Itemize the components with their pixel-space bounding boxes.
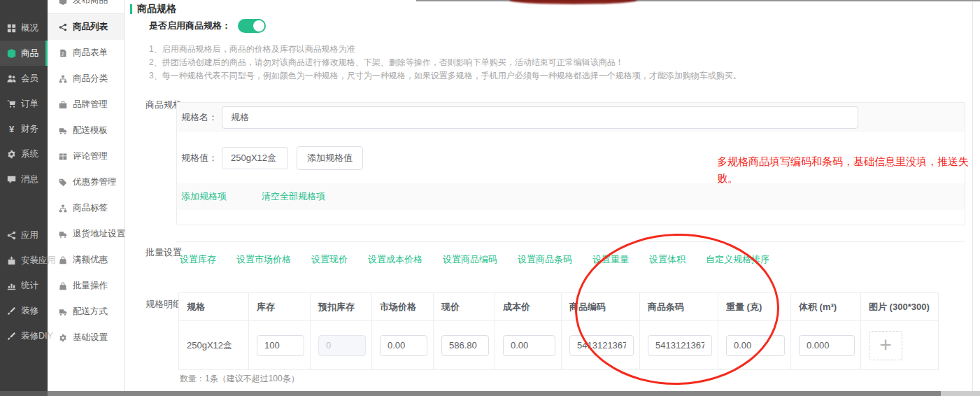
enable-spec-label: 是否启用商品规格： — [149, 20, 231, 32]
product-barcode-input[interactable] — [648, 335, 712, 356]
batch-setting-link[interactable]: 自定义规格排序 — [706, 253, 769, 266]
truck-icon — [58, 307, 68, 317]
sidebar-item-apps[interactable]: 应用 — [0, 222, 48, 248]
column-header-market-price: 市场价格 — [372, 293, 434, 320]
item-label: 订单 — [21, 98, 38, 110]
sidebar-item-members[interactable]: 会员 — [0, 66, 48, 91]
column-header-product-code: 商品编码 — [562, 293, 640, 320]
item-label: 满额优惠 — [73, 254, 108, 266]
add-spec-value-button[interactable]: 添加规格值 — [297, 146, 363, 170]
batch-setting-link[interactable]: 设置体积 — [649, 253, 686, 266]
messages-icon — [6, 174, 17, 185]
finance-icon: ¥ — [6, 124, 17, 134]
stock-input[interactable] — [257, 335, 304, 356]
batch-setting-link[interactable]: 设置现价 — [311, 253, 348, 266]
column-header-product-barcode: 商品条码 — [640, 293, 718, 320]
comments-icon — [58, 152, 68, 162]
sidebar-item-system[interactable]: 系统 — [0, 141, 48, 167]
toggle-knob — [253, 20, 264, 31]
spec-value-input[interactable] — [222, 147, 288, 169]
sidebar-item-overview[interactable]: 概况 — [0, 15, 48, 41]
cost-price-input[interactable] — [503, 335, 555, 356]
submenu-item-shipping-template[interactable]: 配送模板 — [48, 118, 124, 143]
column-header-weight: 重量 (克) — [718, 293, 791, 320]
cell-market-price — [372, 321, 434, 369]
truck-icon — [58, 229, 68, 239]
sidebar-item-stats[interactable]: 统计 — [0, 273, 48, 298]
item-label: 发布商品 — [73, 0, 108, 6]
cell-product-barcode — [640, 321, 718, 369]
scrollbar-dark-segment — [0, 391, 48, 396]
enable-spec-toggle[interactable] — [238, 19, 266, 33]
spec-name-row: 规格名： — [177, 103, 965, 132]
clear-spec-items-link[interactable]: 清空全部规格项 — [262, 190, 325, 203]
sidebar-item-messages[interactable]: 消息 — [0, 167, 48, 192]
batch-setting-link[interactable]: 设置商品条码 — [518, 253, 572, 266]
item-label: 系统 — [21, 148, 38, 160]
item-label: 品牌管理 — [73, 99, 108, 111]
submenu-item-comment-management[interactable]: 评论管理 — [48, 143, 124, 169]
weight-input[interactable] — [726, 335, 785, 356]
submenu-item-full-discount[interactable]: 满额优惠 — [48, 247, 124, 273]
batch-section-label: 批量设置 — [145, 246, 182, 259]
sidebar-item-finance[interactable]: ¥财务 — [0, 116, 48, 141]
volume-input[interactable] — [799, 335, 855, 356]
red-annotation-text: 多规格商品填写编码和条码，基础信息里没填，推送失败。 — [717, 153, 979, 187]
sidebar-group-gap — [0, 192, 48, 222]
sidebar-item-orders[interactable]: 订单 — [0, 91, 48, 116]
item-label: 商品标签 — [73, 202, 108, 214]
item-label: 基础设置 — [73, 332, 108, 344]
horizontal-scrollbar-thumb[interactable] — [0, 391, 941, 396]
spec-name-input[interactable] — [222, 106, 858, 129]
product-code-input[interactable] — [569, 335, 634, 356]
product-icon — [6, 48, 17, 59]
spec-links-row: 添加规格项 清空全部规格项 — [177, 183, 965, 210]
submenu-item-coupon-management[interactable]: 优惠券管理 — [48, 169, 124, 195]
category-icon — [58, 74, 68, 84]
submenu-item-product-form[interactable]: 商品表单 — [48, 40, 124, 66]
batch-setting-link[interactable]: 设置市场价格 — [236, 253, 291, 266]
settings-icon — [58, 333, 68, 343]
market-price-input[interactable] — [380, 335, 427, 356]
submenu-item-return-address[interactable]: 退货地址设置 — [48, 221, 124, 247]
members-icon — [6, 73, 17, 84]
item-label: 统计 — [21, 280, 38, 292]
top-divider — [416, 0, 980, 1]
sidebar-item-install-apps[interactable]: 安装应用 — [0, 248, 48, 273]
current-price-input[interactable] — [441, 335, 489, 356]
horizontal-scrollbar[interactable] — [0, 391, 980, 396]
cell-weight — [718, 321, 791, 369]
batch-setting-link[interactable]: 设置库存 — [180, 253, 216, 266]
submenu-item-basic-settings[interactable]: 基础设置 — [48, 325, 124, 351]
item-label: 商品表单 — [73, 47, 108, 59]
column-header-cost-price: 成本价 — [495, 293, 562, 320]
upload-image-button[interactable]: + — [869, 331, 902, 360]
batch-setting-link[interactable]: 设置商品编码 — [443, 253, 497, 266]
apps-icon — [6, 230, 17, 241]
submenu-item-shipping-method[interactable]: 配送方式 — [48, 299, 124, 325]
cell-volume — [791, 321, 861, 369]
submenu-item-publish-product[interactable]: 发布商品 — [48, 0, 124, 14]
list-icon — [58, 22, 68, 32]
batch-setting-link[interactable]: 设置重量 — [592, 253, 629, 266]
detail-section-label: 规格明细 — [145, 298, 182, 311]
sidebar-item-decorate[interactable]: 装修 — [0, 298, 48, 323]
submenu-item-batch-operation[interactable]: 批量操作 — [48, 273, 124, 299]
form-icon — [58, 48, 68, 58]
install-apps-icon — [6, 255, 17, 266]
item-label: 配送模板 — [73, 125, 108, 136]
item-label: 批量操作 — [73, 280, 108, 292]
spec-box-padding — [177, 210, 965, 225]
secondary-sidebar: 发布商品商品列表商品表单商品分类品牌管理配送模板评论管理优惠券管理商品标签退货地… — [48, 0, 125, 391]
cut-item-inner: 发布商品 — [58, 0, 108, 6]
spec-notes: 1、启用商品规格后，商品的价格及库存以商品规格为准2、拼团活动创建后的商品，请勿… — [149, 43, 741, 83]
submenu-item-product-category[interactable]: 商品分类 — [48, 66, 124, 92]
submenu-item-product-list[interactable]: 商品列表 — [48, 14, 124, 40]
submenu-item-brand-management[interactable]: 品牌管理 — [48, 92, 124, 118]
sidebar-item-decorate-diy[interactable]: 装修DIY — [0, 323, 48, 348]
add-spec-item-link[interactable]: 添加规格项 — [181, 190, 227, 203]
sidebar-item-products[interactable]: 商品 — [0, 41, 48, 66]
note-line: 3、每一种规格代表不同型号，例如颜色为一种规格，尺寸为一种规格，如果设置多规格，… — [149, 69, 741, 83]
submenu-item-product-tags[interactable]: 商品标签 — [48, 195, 124, 221]
batch-setting-link[interactable]: 设置成本价格 — [368, 253, 422, 266]
